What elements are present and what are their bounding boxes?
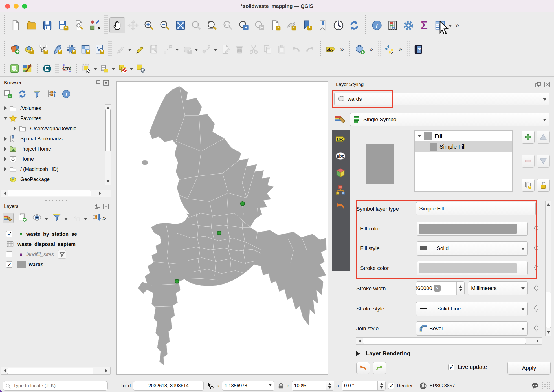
move-symbol-up-button[interactable] [537, 131, 550, 144]
minimize-window-button[interactable] [14, 4, 19, 9]
live-update-control[interactable]: Live update [448, 364, 487, 370]
osm-place-search-button[interactable] [8, 62, 21, 75]
render-checkbox[interactable] [388, 383, 394, 389]
toolbar-grip[interactable] [108, 41, 112, 57]
expander-icon[interactable] [417, 135, 421, 139]
metasearch-button[interactable] [353, 42, 367, 56]
magnifier-spinbox[interactable]: 100% [292, 381, 334, 391]
pan-to-selection-button[interactable] [125, 17, 141, 33]
map-themes-button[interactable] [21, 62, 34, 75]
stroke-color-dropdown[interactable] [519, 261, 527, 275]
live-update-checkbox[interactable] [448, 364, 454, 370]
toolbar-grip[interactable] [75, 63, 78, 74]
new-map-view-button[interactable]: * [267, 17, 283, 33]
manage-visibility-button[interactable] [32, 213, 43, 223]
browser-item-spatial-bookmarks[interactable]: Spatial Bookmarks [0, 134, 112, 144]
toolbar-grip[interactable] [377, 41, 381, 57]
layer-rendering-section[interactable]: Layer Rendering [356, 350, 410, 357]
map-canvas[interactable] [116, 81, 328, 375]
renderer-combo[interactable]: Single Symbol [350, 113, 549, 126]
messages-icon[interactable] [531, 382, 539, 390]
add-selected-layers-button[interactable] [3, 89, 14, 100]
dropdown-arrow-icon[interactable] [214, 49, 217, 53]
stroke-width-spinbox[interactable]: 260000 ✕ [416, 281, 465, 295]
dropdown-arrow-icon[interactable] [64, 218, 68, 222]
crs-globe-icon[interactable] [419, 382, 427, 390]
symbol-tree-simple-fill-row[interactable]: Simple Fill [415, 141, 512, 152]
browser-item-geopackage[interactable]: GeoPackage [0, 174, 112, 184]
zoom-out-button[interactable] [157, 17, 173, 33]
zoom-window-button[interactable] [22, 4, 27, 9]
digitize-shape-button[interactable]: * [180, 42, 194, 56]
properties-horizontal-scrollbar[interactable] [356, 337, 542, 345]
add-raster-layer-button[interactable]: * [78, 42, 93, 56]
toolbar-overflow[interactable]: » [396, 45, 404, 53]
browser-item--volumes[interactable]: /Volumes [0, 103, 112, 113]
browser-item-favorites[interactable]: Favorites [0, 113, 112, 124]
open-project-button[interactable] [24, 17, 39, 33]
layout-manager-button[interactable] [71, 17, 87, 33]
cut-features-button[interactable] [247, 42, 261, 56]
paste-features-button[interactable] [275, 42, 289, 56]
dropdown-arrow-icon[interactable] [175, 49, 179, 53]
fill-color-button[interactable] [417, 222, 528, 236]
dropdown-arrow-icon[interactable] [195, 49, 198, 53]
dropdown-arrow-icon[interactable] [94, 68, 97, 72]
select-by-location-button[interactable] [134, 62, 147, 75]
toolbar-grip[interactable] [364, 15, 367, 35]
view-3d-tab-button[interactable] [335, 168, 348, 179]
layer-item-landfill-sites[interactable]: landfill_sites [0, 249, 112, 259]
browser-horizontal-scrollbar[interactable] [1, 190, 111, 197]
style-redo-button[interactable] [373, 362, 386, 374]
float-panel-icon[interactable] [535, 81, 542, 88]
copy-features-button[interactable] [261, 42, 275, 56]
toolbar-overflow[interactable]: » [338, 45, 346, 53]
dropdown-arrow-icon[interactable] [130, 68, 133, 72]
python-console-button[interactable] [382, 42, 396, 56]
deselect-features-button[interactable] [116, 62, 129, 75]
resize-grip[interactable] [542, 381, 551, 391]
filter-by-expression-button[interactable]: ε [72, 213, 82, 223]
add-mesh-layer-button[interactable]: * [64, 42, 78, 56]
layers-horizontal-scrollbar[interactable] [1, 367, 111, 375]
expander-icon[interactable] [2, 147, 9, 151]
new-shapefile-layer-button[interactable]: * [50, 42, 64, 56]
zoom-native-button[interactable]: 1:1 [220, 17, 236, 33]
browser-vertical-scrollbar[interactable] [105, 104, 111, 185]
save-layer-edits-button[interactable] [147, 42, 161, 56]
locator-input[interactable] [3, 381, 108, 391]
symbology-brush-icon[interactable] [334, 112, 348, 126]
panel-splitter[interactable] [43, 199, 69, 201]
fill-style-combo[interactable]: Solid [417, 241, 528, 256]
dropdown-arrow-icon[interactable] [45, 218, 48, 222]
layer-item-waste-disposal-septem[interactable]: waste_disposal_septem [0, 239, 112, 249]
history-tab-button[interactable] [335, 201, 348, 213]
temporal-controller-button[interactable] [331, 17, 346, 33]
symbol-layer-type-combo[interactable]: Simple Fill [416, 202, 536, 215]
zoom-last-button[interactable] [236, 17, 252, 33]
zoom-in-button[interactable] [141, 17, 157, 33]
digitize-segment-button[interactable] [161, 42, 175, 56]
layer-visibility-checkbox[interactable] [6, 231, 12, 237]
add-symbol-layer-button[interactable] [522, 131, 535, 144]
data-defined-override-icon[interactable] [529, 303, 538, 315]
browser-item--macintosh-hd-[interactable]: / (Macintosh HD) [0, 164, 112, 174]
filter-legend-button[interactable] [52, 213, 63, 223]
open-layer-styling-button[interactable] [3, 213, 14, 223]
toolbar-overflow[interactable]: » [453, 21, 461, 29]
vertex-tool-button[interactable] [199, 42, 213, 56]
join-style-combo[interactable]: Bevel [416, 321, 528, 336]
crs-label[interactable]: EPSG:3857 [430, 383, 455, 389]
layer-visibility-checkbox[interactable] [6, 251, 12, 257]
add-delimited-text-layer-button[interactable]: * [93, 42, 107, 56]
fill-color-dropdown[interactable] [519, 222, 527, 235]
close-panel-icon[interactable] [103, 203, 109, 210]
duplicate-symbol-layer-button[interactable]: * [522, 179, 535, 192]
dropdown-arrow-icon[interactable] [112, 68, 115, 72]
scale-combo[interactable]: 1:1356978 [222, 381, 274, 391]
data-defined-override-icon[interactable] [529, 322, 538, 335]
delete-selected-button[interactable] [232, 42, 247, 56]
spin-buttons[interactable] [456, 282, 464, 295]
float-panel-icon[interactable] [94, 80, 101, 86]
close-panel-icon[interactable] [544, 81, 551, 88]
